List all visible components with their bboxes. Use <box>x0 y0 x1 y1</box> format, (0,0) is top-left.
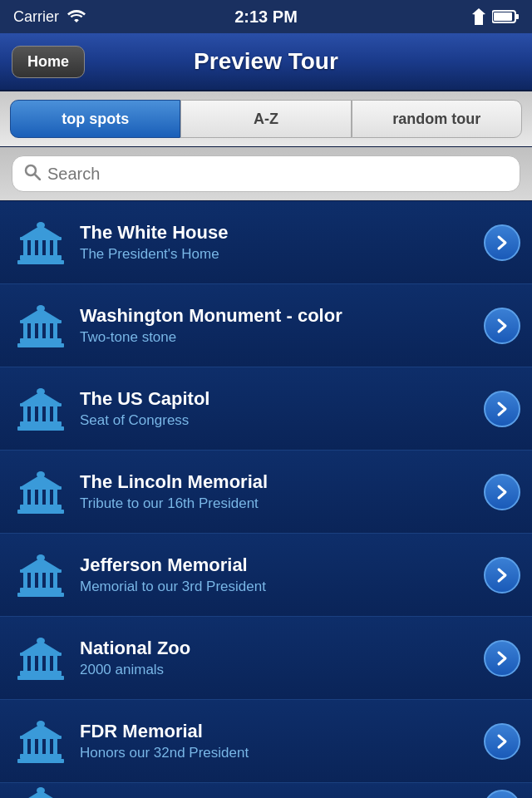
item-subtitle: Two-tone stone <box>80 329 474 346</box>
svg-rect-62 <box>20 653 62 656</box>
chevron-button[interactable] <box>484 391 520 427</box>
segment-top-spots[interactable]: top spots <box>10 100 180 138</box>
search-input[interactable] <box>47 165 508 184</box>
svg-rect-42 <box>20 486 62 490</box>
svg-rect-59 <box>38 656 42 671</box>
item-subtitle: Memorial to our 3rd President <box>80 579 474 595</box>
segment-a-z[interactable]: A-Z <box>180 100 351 138</box>
chevron-button[interactable] <box>484 640 520 677</box>
item-subtitle: Honors our 32nd President <box>80 745 474 761</box>
chevron-button[interactable] <box>484 790 520 798</box>
list-item[interactable]: The US Capitol Seat of Congress <box>0 367 532 451</box>
svg-rect-51 <box>53 573 57 588</box>
svg-rect-27 <box>23 406 27 421</box>
svg-rect-65 <box>20 754 62 759</box>
search-input-wrap[interactable] <box>12 155 520 192</box>
list-item[interactable]: National Zoo 2000 animals <box>0 617 532 700</box>
svg-rect-50 <box>46 573 50 588</box>
status-bar-right <box>472 8 519 25</box>
svg-point-64 <box>37 638 45 644</box>
svg-rect-52 <box>20 569 62 573</box>
svg-rect-17 <box>23 323 27 338</box>
list-item[interactable]: Jefferson Memorial Memorial to our 3rd P… <box>0 534 532 617</box>
svg-point-84 <box>37 787 45 794</box>
svg-rect-61 <box>53 656 57 671</box>
item-subtitle: Tribute to our 16th President <box>80 495 474 512</box>
svg-rect-45 <box>20 588 62 593</box>
item-title: National Zoo <box>80 638 474 659</box>
item-title: The White House <box>80 222 474 244</box>
item-subtitle: 2000 animals <box>80 662 474 678</box>
status-bar: Carrier 2:13 PM <box>0 0 532 33</box>
location-icon <box>472 8 485 25</box>
svg-rect-56 <box>17 676 64 680</box>
svg-rect-22 <box>20 320 62 323</box>
svg-rect-18 <box>31 323 35 338</box>
item-subtitle: Seat of Congress <box>80 412 474 429</box>
svg-rect-31 <box>53 406 57 421</box>
monument-icon <box>12 380 70 438</box>
monument-icon <box>12 297 70 355</box>
svg-rect-20 <box>46 323 50 338</box>
svg-rect-1 <box>515 14 519 19</box>
monument-icon <box>12 783 70 798</box>
wifi-icon <box>67 10 86 23</box>
svg-rect-55 <box>20 671 62 676</box>
svg-rect-66 <box>17 759 64 763</box>
chevron-button[interactable] <box>484 224 520 261</box>
svg-rect-68 <box>31 739 35 754</box>
carrier-label: Carrier <box>13 8 59 26</box>
svg-rect-48 <box>31 573 35 588</box>
svg-rect-21 <box>53 323 57 338</box>
svg-rect-9 <box>38 240 42 255</box>
svg-rect-71 <box>53 739 57 754</box>
svg-point-34 <box>37 388 45 395</box>
svg-rect-70 <box>46 739 50 754</box>
monument-icon <box>12 546 70 604</box>
nav-bar: Home Preview Tour <box>0 33 532 91</box>
item-title: The US Capitol <box>80 388 474 410</box>
home-button[interactable]: Home <box>12 46 85 78</box>
list-item[interactable]: The Lincoln Memorial Tribute to our 16th… <box>0 451 532 534</box>
search-icon <box>24 164 41 185</box>
search-bar <box>0 147 532 201</box>
svg-rect-8 <box>31 240 35 255</box>
svg-line-4 <box>35 175 40 180</box>
chevron-button[interactable] <box>484 723 520 760</box>
battery-icon <box>492 9 519 24</box>
svg-rect-37 <box>23 490 27 505</box>
monument-icon <box>12 712 70 771</box>
item-subtitle: The President's Home <box>80 246 474 263</box>
list-item-partial[interactable]: The National Mall <box>0 783 532 798</box>
monument-icon <box>12 214 70 272</box>
segment-random-tour[interactable]: random tour <box>352 100 522 138</box>
svg-point-74 <box>37 721 45 727</box>
svg-rect-28 <box>31 406 35 421</box>
item-title: Washington Monument - color <box>80 305 474 327</box>
svg-rect-19 <box>38 323 42 338</box>
chevron-button[interactable] <box>484 308 520 344</box>
svg-rect-30 <box>46 406 50 421</box>
svg-rect-29 <box>38 406 42 421</box>
list-item[interactable]: Washington Monument - color Two-tone sto… <box>0 284 532 367</box>
item-title: FDR Memorial <box>80 721 474 742</box>
svg-rect-67 <box>23 739 27 754</box>
chevron-button[interactable] <box>484 474 520 510</box>
svg-point-54 <box>37 554 45 561</box>
svg-rect-69 <box>38 739 42 754</box>
list-item[interactable]: The White House The President's Home <box>0 201 532 284</box>
monument-icon <box>12 629 70 687</box>
svg-rect-36 <box>17 510 64 514</box>
chevron-button[interactable] <box>484 557 520 594</box>
list-item[interactable]: FDR Memorial Honors our 32nd President <box>0 700 532 783</box>
svg-rect-6 <box>17 260 64 264</box>
monument-icon <box>12 463 70 521</box>
svg-rect-47 <box>23 573 27 588</box>
svg-rect-12 <box>20 237 62 240</box>
svg-rect-46 <box>17 593 64 597</box>
svg-rect-39 <box>38 490 42 505</box>
svg-rect-35 <box>20 505 62 510</box>
svg-rect-7 <box>23 240 27 255</box>
status-time: 2:13 PM <box>234 7 298 27</box>
svg-point-14 <box>37 222 45 229</box>
